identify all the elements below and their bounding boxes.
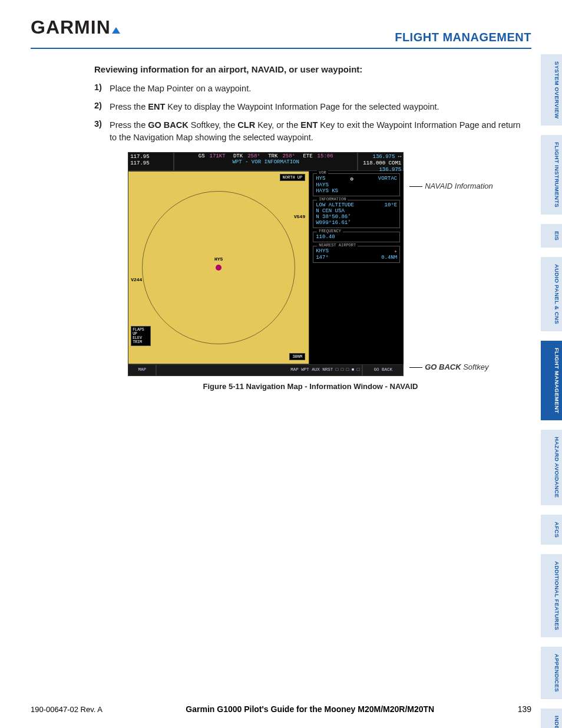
info-lat: N 38°50.86' [316,214,397,220]
page-footer: 190-00647-02 Rev. A Garmin G1000 Pilot's… [31,704,531,714]
step-number: 3) [94,119,106,129]
elev-trim-label: ELEV TRIM [133,336,149,344]
info-lon: W099°16.61' [316,220,397,226]
mfd-body: NORTH UP HYS V549 V244 FLAPS UP ELEV TRI… [128,171,404,364]
map-range-badge: 30NM [289,353,305,360]
step-body: Place the Map Pointer on a waypoint. [110,83,527,95]
key-ent: ENT [300,120,318,130]
north-up-badge: NORTH UP [280,174,306,181]
flaps-trim-box: FLAPS UP ELEV TRIM [131,326,151,346]
apt-brg-row: 147°0.4NM [316,255,397,261]
airport-distance: 0.4NM [381,255,397,261]
procedure-steps: 1) Place the Map Pointer on a waypoint. … [94,83,527,144]
vor-type: VORTAC [378,176,397,182]
map-label-v244: V244 [131,277,142,282]
vor-id: HYS [316,176,325,182]
information-group: INFORMATION LOW ALTITUDE10°E N CEN USA N… [313,200,400,228]
nav-freq-box: 117.95 117.95 [128,152,174,171]
tab-afcs[interactable]: AFCS [541,515,562,545]
step-1: 1) Place the Map Pointer on a waypoint. [94,83,527,95]
step-text: Press the [110,102,148,111]
airport-id: KHYS [316,248,329,255]
apt-id-row: KHYS✦ [316,248,397,255]
frequency-group: FREQUENCY 110.40 [313,232,400,242]
step-text: Press the [110,120,148,130]
frequency-value: 110.40 [316,234,397,240]
step-number: 1) [94,83,106,92]
document-title: Garmin G1000 Pilot's Guide for the Moone… [186,704,434,714]
tab-eis[interactable]: EIS [541,224,562,248]
flaps-position: UP [133,332,149,336]
logo-triangle-icon [112,27,120,34]
tab-flight-instruments[interactable]: FLIGHT INSTRUMENTS [541,135,562,215]
gs-value: 171KT [210,153,226,159]
tab-index[interactable]: INDEX [541,709,562,728]
nav1-freq: 117.95 [130,154,171,160]
group-legend: FREQUENCY [317,229,343,233]
key-ent: ENT [148,102,165,111]
softkey-goback[interactable]: GO BACK [362,364,404,376]
info-magvar: 10°E [385,202,398,208]
softkey-map[interactable]: MAP [128,364,156,376]
ete-value: 15:06 [318,153,333,159]
callout-rest: Softkey [461,363,489,371]
info-class-row: LOW ALTITUDE10°E [316,202,397,208]
map-label-hys: HYS [214,256,223,262]
com-freq-box: 136.975 ↔ 118.000 COM1 136.975 118.000 C… [358,152,404,171]
com1-standby: 136.975 [373,154,395,160]
key-goback: GO BACK [148,120,188,130]
map-label-v549: V549 [294,214,305,219]
data-bar: GS171KT DTK258° TRK258° ETE15:06 WPT - V… [174,152,358,171]
waypoint-info-panel: VOR HYS✪VORTAC HAYS HAYS KS INFORMATION … [309,171,404,364]
callout-navaid-info: NAVAID Information [409,182,493,190]
tab-appendices[interactable]: APPENDICES [541,647,562,699]
nearest-airport-group: NEAREST AIRPORT KHYS✦ 147°0.4NM [313,246,400,263]
ete-label: ETE [303,153,312,159]
dtk-value: 258° [247,153,260,159]
callout-goback-softkey: GO BACK Softkey [409,363,493,371]
gs-label: GS [199,153,205,159]
tab-additional-features[interactable]: ADDITIONAL FEATURES [541,554,562,637]
document-number: 190-00647-02 Rev. A [31,705,103,714]
step-text: Softkey, the [189,120,238,130]
airport-symbol-icon: ✦ [394,248,397,255]
step-number: 2) [94,101,106,110]
page-header: GARMIN FLIGHT MANAGEMENT [31,0,531,49]
navigation-map: NORTH UP HYS V549 V244 FLAPS UP ELEV TRI… [128,171,309,364]
tab-hazard-avoidance[interactable]: HAZARD AVOIDANCE [541,430,562,505]
group-legend: VOR [317,170,328,175]
info-class: LOW ALTITUDE [316,202,354,208]
step-2: 2) Press the ENT Key to display the Wayp… [94,101,527,113]
tab-audio-panel-cns[interactable]: AUDIO PANEL & CNS [541,257,562,331]
flaps-label: FLAPS [133,328,149,332]
vor-symbol-icon [216,265,222,271]
main-content: Reviewing information for an airport, NA… [0,49,562,391]
trk-value: 258° [282,153,295,159]
group-legend: INFORMATION [317,197,348,202]
figure-wrap: 117.95 117.95 GS171KT DTK258° TRK258° ET… [94,152,527,391]
com1-active: 118.000 [363,160,385,166]
softkey-bar: MAP MAP WPT AUX NRST □ □ □ ■ □ GO BACK [128,364,404,376]
tab-system-overview[interactable]: SYSTEM OVERVIEW [541,54,562,126]
data-bar-line1: GS171KT DTK258° TRK258° ETE15:06 [175,153,356,159]
step-body: Press the ENT Key to display the Waypoin… [110,101,527,113]
vortac-icon: ✪ [350,176,353,182]
tab-flight-management[interactable]: FLIGHT MANAGEMENT [541,341,562,420]
com1-row: 136.975 ↔ 118.000 COM1 [360,154,401,167]
figure-row: 117.95 117.95 GS171KT DTK258° TRK258° ET… [128,152,493,376]
callout-leader-line-icon [409,367,422,368]
com1-tag: COM1 [389,160,402,166]
group-legend: NEAREST AIRPORT [317,243,358,248]
procedure-heading: Reviewing information for an airport, NA… [94,64,527,74]
callout-bold: GO BACK [425,363,461,371]
figure-callouts: NAVAID Information GO BACK Softkey [409,152,493,376]
step-text: Key to display the Waypoint Information … [165,102,439,111]
nav2-freq: 117.95 [130,160,171,167]
step-text: Key, or the [255,120,300,130]
figure-caption: Figure 5-11 Navigation Map - Information… [203,382,418,391]
section-title: FLIGHT MANAGEMENT [395,31,531,44]
vor-group: VOR HYS✪VORTAC HAYS HAYS KS [313,173,400,196]
trk-label: TRK [268,153,277,159]
vor-id-row: HYS✪VORTAC [316,176,397,182]
callout-text: NAVAID Information [425,182,493,190]
